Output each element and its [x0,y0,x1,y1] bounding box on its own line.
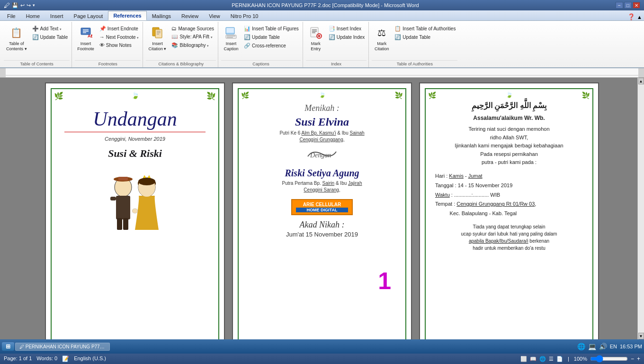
title-bar-left: 🖊 💾 ↩ ↪ ▾ [4,2,35,9]
view-icon-fullread[interactable]: 📖 [530,356,537,362]
insert-toa-button[interactable]: 📋 Insert Table of Authorities [393,25,457,33]
toa-icon: 📋 [394,26,401,32]
group-table-of-authorities: ⚖ MarkCitation 📋 Insert Table of Authori… [370,22,459,67]
group-captions-label: Captions [221,60,301,67]
manage-sources-button[interactable]: 🗂 Manage Sources [170,25,216,32]
insert-index-icon: 📑 [329,26,335,32]
zoom-slider[interactable] [590,356,628,362]
add-text-button[interactable]: ➕ Add Text ▾ [30,25,70,33]
ribbon-collapse[interactable]: ▲ [637,14,642,20]
tab-home[interactable]: Home [21,11,45,20]
update-captions-icon: 🔄 [244,34,250,40]
card2-groom-info: Putra Pertama Bp. Sairin & Ibu Jajirah C… [282,180,362,193]
zoom-in-icon[interactable]: + [637,355,640,362]
insert-caption-button[interactable]: InsertCaption [221,24,241,53]
group-footnotes: AB InsertFootnote 📌 Insert Endnote → Nex… [73,22,143,67]
quick-access-save[interactable]: 💾 [12,2,18,9]
manage-sources-icon: 🗂 [171,26,177,31]
view-icon-draft[interactable]: 📄 [556,356,563,362]
cross-reference-button[interactable]: 🔗 Cross-reference [242,42,301,50]
add-text-icon: ➕ [32,26,39,32]
zoom-out-icon[interactable]: − [631,355,634,362]
insert-table-of-figures-button[interactable]: 📊 Insert Table of Figures [242,25,301,33]
taskbar-system-tray: 🌐 💻 🔊 EN 16:53 PM [577,343,642,350]
card3-closing: Tiada yang dapat terungkap selain ucap s… [459,223,560,252]
card1-hr [64,132,206,132]
page-inner-3: 🌿 🍃 🌿 بِسْمِ اللَّهِ الرَّحْمَنِ الرَّحِ… [425,88,593,343]
status-zoom: 100% [574,356,587,362]
view-icon-web[interactable]: 🌐 [539,356,546,362]
update-index-button[interactable]: 🔄 Update Index [327,33,367,41]
maximize-button[interactable]: □ [624,2,632,9]
card2-bride-name: Susi Elvina [295,116,349,128]
sys-language: EN [610,344,617,349]
tab-page-layout[interactable]: Page Layout [69,11,108,20]
svg-rect-11 [226,28,234,33]
card3-details: Hari : Kamis - Jumat Tanggal : 14 - 15 N… [430,172,588,218]
ribbon: 📋 Table ofContents ▾ ➕ Add Text ▾ 🔄 Upda… [0,21,644,68]
ribbon-help[interactable]: ❓ [627,13,635,20]
sys-globe-icon: 🌐 [577,343,585,350]
page-card-3: 🌿 🍃 🌿 بِسْمِ اللَّهِ الرَّحْمَنِ الرَّحِ… [419,82,599,349]
next-footnote-icon: → [99,34,105,40]
update-table-toc-button[interactable]: 🔄 Update Table [30,33,70,41]
svg-rect-34 [141,196,151,210]
show-notes-icon: 👁 [99,42,105,48]
group-toa-label: Table of Authorities [372,60,457,67]
minimize-button[interactable]: − [616,2,623,9]
page-inner-1: 🌿 🍃 🌿 Undangan Cenggini, November 2019 S… [51,88,219,343]
card3-greeting: Assalamu'alaikum Wr. Wb. [473,115,545,121]
vertical-scrollbar[interactable]: ▲ ▼ [637,78,644,339]
tof-icon: 📊 [244,26,250,32]
update-toa-button[interactable]: 🔄 Update Table [393,33,457,41]
toc-icon: 📋 [9,25,24,40]
table-of-contents-button[interactable]: 📋 Table ofContents ▾ [4,24,29,53]
tab-view[interactable]: View [204,11,225,20]
quick-access-undo[interactable]: ↩ [20,2,25,9]
view-icon-print[interactable]: ⬜ [520,356,527,362]
start-button[interactable]: ⊞ [2,342,14,351]
tab-insert[interactable]: Insert [45,11,69,20]
tab-references[interactable]: References [108,11,146,20]
quick-access-redo[interactable]: ↪ [27,2,31,9]
svg-text:Dengan: Dengan [310,152,331,159]
taskbar-word-item[interactable]: 🖊 PERNIKAHAN ICON PAYUNG P77F 2.doc... [15,343,110,351]
title-bar-controls[interactable]: − □ ✕ [616,2,640,9]
card2-number: 1 [378,267,391,295]
status-right: ⬜ 📖 🌐 ☰ 📄 | 100% − + [520,355,640,362]
mark-citation-icon: ⚖ [374,25,389,40]
page-inner-2: 🌿 🍃 🌿 Menikah : Susi Elvina Putri Ke 6 A… [238,88,406,343]
word-icon: 🖊 [4,2,10,9]
style-button[interactable]: 📖 Style: APA Fift ▾ [170,33,216,41]
insert-footnote-button[interactable]: AB InsertFootnote [75,24,97,53]
svg-rect-12 [226,35,236,38]
mark-entry-button[interactable]: MarkEntry [306,24,326,53]
group-captions: InsertCaption 📊 Insert Table of Figures … [219,22,303,67]
insert-citation-button[interactable]: InsertCitation ▾ [146,24,169,53]
card3-body: Teriring niat suci dengan memohon ridho … [452,125,565,167]
tab-file[interactable]: File [2,11,21,20]
svg-point-38 [132,209,138,213]
next-footnote-button[interactable]: → Next Footnote ▾ [98,33,141,41]
close-button[interactable]: ✕ [633,2,640,9]
group-index: MarkEntry 📑 Insert Index 🔄 Update Index … [304,22,369,67]
tab-review[interactable]: Review [176,11,204,20]
tab-nitro[interactable]: Nitro Pro 10 [225,11,264,20]
taskbar: ⊞ 🖊 PERNIKAHAN ICON PAYUNG P77F 2.doc...… [0,339,644,354]
show-notes-button[interactable]: 👁 Show Notes [98,41,141,49]
page-card-1: 🌿 🍃 🌿 Undangan Cenggini, November 2019 S… [45,82,225,349]
title-bar-title: PERNIKAHAN ICON PAYUNG P77F 2.doc [Compa… [35,2,616,8]
endnote-icon: 📌 [99,26,106,32]
bibliography-button[interactable]: 📚 Bibliography ▾ [170,41,216,49]
mark-citation-button[interactable]: ⚖ MarkCitation [372,24,392,53]
svg-rect-28 [116,196,130,219]
card2-groom-name: Riski Setiya Agung [285,168,359,179]
card1-title: Undangan [93,108,177,130]
system-clock: 16:53 PM [620,344,642,349]
ruler-content [0,68,644,77]
update-table-captions-button[interactable]: 🔄 Update Table [242,33,301,41]
view-icon-outline[interactable]: ☰ [549,356,554,362]
tab-mailings[interactable]: Mailings [147,11,176,20]
insert-endnote-button[interactable]: 📌 Insert Endnote [98,25,141,33]
insert-index-button[interactable]: 📑 Insert Index [327,25,367,33]
